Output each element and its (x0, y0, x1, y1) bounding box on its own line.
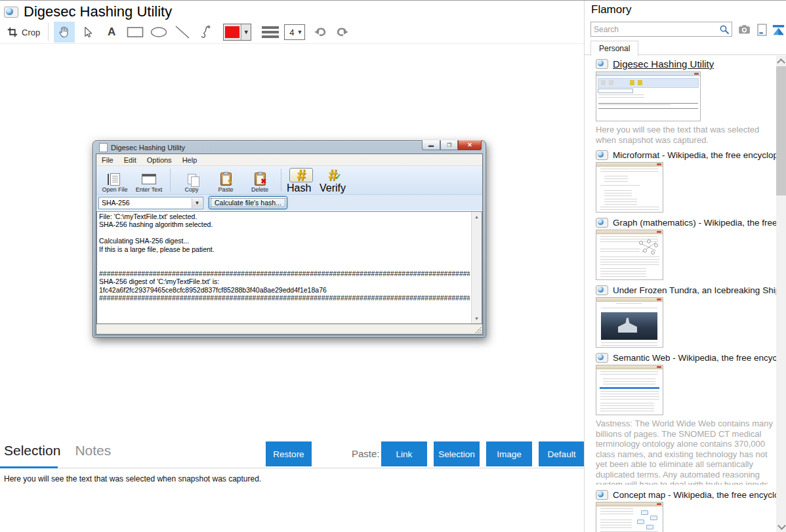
undo-button[interactable] (313, 25, 329, 39)
enter-text-icon (142, 174, 156, 184)
paste-icon: ✎ (220, 173, 232, 186)
list-item-title[interactable]: Microformat - Wikipedia, the free encycl… (613, 150, 777, 160)
minimize-button: ▬ (422, 140, 440, 150)
captured-screenshot[interactable]: Digesec Hashing Utility ▬ ❐ ✕ File Edit … (93, 140, 486, 338)
snapshot-icon (596, 218, 608, 228)
screenshot-statusbar (96, 324, 482, 334)
output-scrollbar: ▲ ▼ (471, 212, 482, 323)
list-item-caption: Here you will see the text that was sele… (596, 125, 777, 145)
list-item-title[interactable]: Digesec Hashing Utility (613, 58, 714, 70)
page-title: Digesec Hashing Utility (24, 3, 172, 20)
screenshot-window-titlebar: Digesec Hashing Utility ▬ ❐ ✕ (96, 141, 483, 153)
list-item[interactable]: Concept map - Wikipedia, the free encycl… (596, 490, 777, 532)
color-dropdown-arrow[interactable]: ▼ (241, 24, 251, 40)
ellipse-icon (150, 26, 167, 38)
list-item[interactable]: Digesec Hashing Utility Here you will se… (596, 58, 777, 145)
tab-notes[interactable]: Notes (75, 443, 111, 459)
thumbnail-semantic-web[interactable] (596, 365, 663, 415)
sidebar-scrollbar[interactable] (776, 56, 786, 532)
list-item-title[interactable]: Graph (mathematics) - Wikipedia, the fre… (613, 218, 777, 228)
hand-tool[interactable] (54, 22, 75, 43)
freehand-icon (199, 24, 213, 40)
tab-selection[interactable]: Selection (4, 443, 60, 459)
hand-icon (57, 25, 72, 39)
snapshot-icon (596, 59, 608, 69)
restore-button[interactable]: Restore (266, 441, 312, 466)
scroll-up-arrow[interactable] (777, 58, 785, 67)
list-item[interactable]: Under Frozen Tundra, an Icebreaking Ship… (596, 285, 777, 348)
snapshot-list: Digesec Hashing Utility Here you will se… (585, 56, 777, 532)
calculate-hash-button: Calculate file's hash... (209, 196, 287, 209)
list-item[interactable]: Semantic Web - Wikipedia, the free encyc… (596, 353, 777, 485)
paste-button: ✎ Paste (209, 166, 243, 194)
algorithm-dropdown-arrow: ▼ (192, 198, 202, 208)
resize-grip (475, 327, 482, 333)
flamory-logo-button[interactable] (771, 22, 785, 37)
hash-output-area: File: 'C:\myTextFile.txt' selected. SHA-… (96, 211, 482, 324)
menu-file: File (96, 156, 119, 164)
tab-personal[interactable]: Personal (590, 41, 638, 56)
editor-toolbar: Crop A ▼ (0, 21, 584, 44)
list-item-title[interactable]: Concept map - Wikipedia, the free encycl… (613, 490, 777, 500)
line-icon (175, 25, 190, 39)
paste-selection-button[interactable]: Selection (434, 441, 480, 466)
flamory-logo-icon (772, 24, 785, 36)
list-item-caption: Vastness: The World Wide Web contains ma… (596, 419, 777, 485)
graph-doodle (639, 239, 659, 255)
line-width-icon[interactable] (262, 26, 279, 38)
list-item-title[interactable]: Under Frozen Tundra, an Icebreaking Ship… (613, 285, 777, 295)
camera-icon (738, 24, 751, 35)
redo-button[interactable] (334, 25, 350, 39)
tabs-divider (0, 468, 584, 468)
maximize-button: ❐ (440, 140, 458, 150)
screenshot-window-title: Digesec Hashing Utility (111, 144, 185, 152)
rectangle-tool[interactable] (125, 22, 146, 43)
crop-button[interactable]: Crop (3, 24, 44, 41)
copy-button: Copy (175, 166, 209, 194)
thumbnail-icebreaker[interactable] (596, 297, 663, 348)
search-icon[interactable] (718, 24, 730, 35)
text-tool[interactable]: A (101, 22, 122, 43)
list-item[interactable]: Graph (mathematics) - Wikipedia, the fre… (596, 218, 777, 280)
undo-icon (313, 25, 329, 39)
bottom-panel: Selection Notes Restore Paste: Link Sele… (0, 440, 584, 532)
snapshot-icon (4, 7, 18, 18)
screenshot-menubar: File Edit Options Help (96, 154, 482, 166)
paste-link-button[interactable]: Link (381, 441, 427, 466)
list-item-title[interactable]: Semantic Web - Wikipedia, the free encyc… (613, 353, 777, 363)
toolbar-separator (170, 169, 171, 192)
screenshot-toolbar: Open File Enter Text Copy ✎ Paste ✖ D (96, 166, 482, 195)
algorithm-dropdown: SHA-256 ▼ (98, 197, 203, 209)
color-picker[interactable]: ▼ (223, 24, 251, 41)
search-input[interactable] (591, 25, 718, 34)
scroll-down-arrow[interactable] (777, 522, 786, 530)
crop-label: Crop (22, 28, 40, 37)
search-box[interactable] (590, 22, 732, 37)
thumbnail-microformat[interactable] (596, 162, 663, 213)
sidebar-title: Flamory (591, 3, 631, 16)
camera-button[interactable] (737, 22, 751, 37)
hash-separator: ########################################… (99, 294, 470, 302)
menu-help: Help (177, 156, 203, 164)
pointer-tool[interactable] (77, 22, 98, 43)
thumbnail-graph[interactable] (596, 230, 663, 280)
scrollbar-thumb[interactable] (776, 66, 786, 195)
thumbnail-concept-map[interactable] (596, 502, 663, 532)
rectangle-icon (127, 26, 144, 38)
thumbnail-digesec[interactable] (596, 72, 701, 121)
ellipse-tool[interactable] (148, 22, 169, 43)
size-dropdown[interactable]: 4 ▼ (284, 24, 305, 40)
line-tool[interactable] (172, 22, 193, 43)
active-tab-underline (0, 466, 58, 468)
highlighted-line (600, 387, 659, 389)
snapshot-icon (596, 490, 608, 500)
crop-icon (7, 26, 18, 38)
freehand-tool[interactable] (196, 22, 217, 43)
verify-button: # Verify (318, 168, 347, 194)
hash-only-button: # Hash Only (287, 168, 316, 194)
list-item[interactable]: Microformat - Wikipedia, the free encycl… (596, 150, 777, 213)
paste-default-button[interactable]: Default (539, 441, 585, 466)
paste-image-button[interactable]: Image (486, 441, 532, 466)
notes-page-button[interactable] (755, 22, 769, 37)
delete-icon: ✖ (255, 173, 266, 186)
